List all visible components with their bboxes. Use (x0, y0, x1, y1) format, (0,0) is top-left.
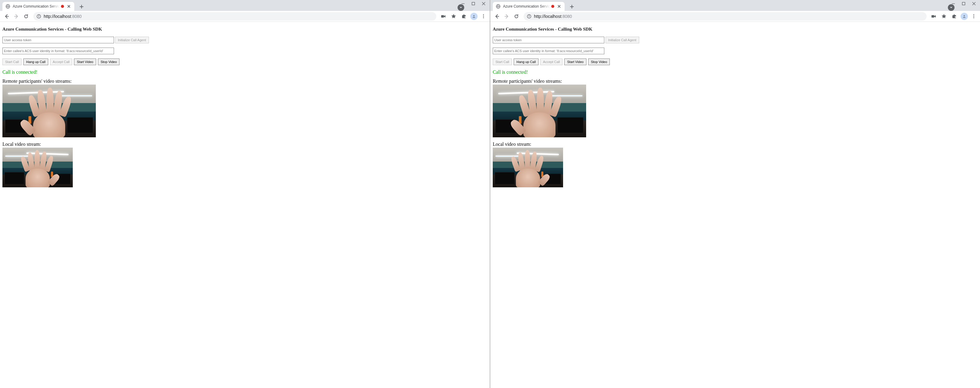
recording-indicator-icon (551, 5, 554, 8)
page-content: Azure Communication Services - Calling W… (0, 22, 490, 388)
page-heading: Azure Communication Services - Calling W… (2, 27, 487, 32)
page-content: Azure Communication Services - Calling W… (490, 22, 980, 388)
url-text: http://localhost:8080 (44, 14, 81, 19)
tab-title: Azure Communication Servic (503, 4, 550, 8)
browser-toolbar: http://localhost:8080 (0, 11, 490, 22)
back-button[interactable] (493, 12, 501, 21)
camera-indicator-icon[interactable] (439, 13, 447, 20)
remote-video-label: Remote participants' video streams: (493, 78, 978, 84)
stop-video-button[interactable]: Stop Video (588, 59, 610, 65)
camera-indicator-icon[interactable] (930, 13, 937, 20)
user-access-token-input[interactable] (493, 37, 604, 43)
globe-icon (496, 4, 501, 9)
title-bar: Azure Communication Servic (490, 0, 980, 11)
bookmark-star-icon[interactable] (940, 13, 948, 20)
reload-button[interactable] (22, 12, 30, 21)
callee-identity-input[interactable] (2, 48, 114, 54)
start-call-button[interactable]: Start Call (2, 59, 22, 65)
start-video-button[interactable]: Start Video (564, 59, 586, 65)
initialize-call-agent-button[interactable]: Initialize Call Agent (115, 37, 149, 43)
user-access-token-input[interactable] (2, 37, 114, 43)
page-heading: Azure Communication Services - Calling W… (493, 27, 978, 32)
back-button[interactable] (2, 12, 11, 21)
extensions-icon[interactable] (950, 13, 958, 20)
remote-video-stream (493, 84, 586, 137)
recording-indicator-icon (61, 5, 64, 8)
svg-rect-19 (963, 2, 965, 5)
hang-up-call-button[interactable]: Hang up Call (514, 59, 539, 65)
local-video-label: Local video stream: (493, 142, 978, 147)
address-bar[interactable]: http://localhost:8080 (523, 12, 927, 21)
svg-rect-34 (931, 15, 934, 17)
remote-video-label: Remote participants' video streams: (2, 78, 487, 84)
svg-point-17 (473, 15, 474, 16)
call-status-text: Call is connected! (2, 69, 487, 75)
browser-window-left: Azure Communication Servic http://localh… (0, 0, 490, 388)
local-video-stream (2, 148, 73, 187)
svg-point-33 (529, 15, 530, 16)
tab-title: Azure Communication Servic (13, 4, 60, 8)
title-bar: Azure Communication Servic (0, 0, 490, 11)
local-video-label: Local video stream: (2, 142, 487, 147)
globe-icon (5, 4, 10, 9)
address-bar[interactable]: http://localhost:8080 (33, 12, 436, 21)
svg-point-15 (39, 15, 39, 16)
bookmark-star-icon[interactable] (450, 13, 458, 20)
start-call-button[interactable]: Start Call (493, 59, 512, 65)
new-tab-button[interactable] (77, 2, 86, 11)
call-status-text: Call is connected! (493, 69, 978, 75)
tab-strip: Azure Communication Servic (490, 0, 980, 11)
accept-call-button[interactable]: Accept Call (50, 59, 72, 65)
svg-rect-16 (441, 15, 444, 17)
profile-avatar[interactable] (470, 13, 477, 20)
tab-search-button[interactable] (458, 4, 464, 11)
extensions-icon[interactable] (460, 13, 468, 20)
callee-identity-input[interactable] (493, 48, 604, 54)
tab-close-button[interactable] (67, 4, 71, 9)
maximize-icon[interactable] (962, 2, 966, 6)
maximize-icon[interactable] (471, 2, 475, 6)
tab-search-button[interactable] (948, 4, 955, 11)
url-text: http://localhost:8080 (534, 14, 572, 19)
remote-video-stream (2, 84, 96, 137)
accept-call-button[interactable]: Accept Call (540, 59, 563, 65)
initialize-call-agent-button[interactable]: Initialize Call Agent (606, 37, 639, 43)
forward-button[interactable] (12, 12, 21, 21)
browser-toolbar: http://localhost:8080 (490, 11, 980, 22)
tab-strip: Azure Communication Servic (0, 0, 490, 11)
profile-avatar[interactable] (961, 13, 968, 20)
svg-point-35 (964, 15, 965, 16)
stop-video-button[interactable]: Stop Video (98, 59, 120, 65)
close-icon[interactable] (482, 2, 485, 6)
start-video-button[interactable]: Start Video (74, 59, 96, 65)
new-tab-button[interactable] (568, 2, 576, 11)
menu-button[interactable] (480, 14, 487, 18)
browser-tab[interactable]: Azure Communication Servic (493, 2, 565, 11)
close-icon[interactable] (972, 2, 976, 6)
menu-button[interactable] (970, 14, 977, 18)
browser-tab[interactable]: Azure Communication Servic (2, 2, 74, 11)
site-info-icon[interactable] (37, 14, 41, 19)
reload-button[interactable] (512, 12, 520, 21)
site-info-icon[interactable] (527, 14, 531, 19)
forward-button[interactable] (503, 12, 511, 21)
hang-up-call-button[interactable]: Hang up Call (23, 59, 48, 65)
browser-window-right: Azure Communication Servic http://localh… (490, 0, 980, 388)
window-controls (951, 0, 980, 6)
tab-close-button[interactable] (557, 4, 562, 9)
window-controls (461, 0, 490, 6)
local-video-stream (493, 148, 563, 187)
svg-rect-1 (472, 2, 475, 5)
